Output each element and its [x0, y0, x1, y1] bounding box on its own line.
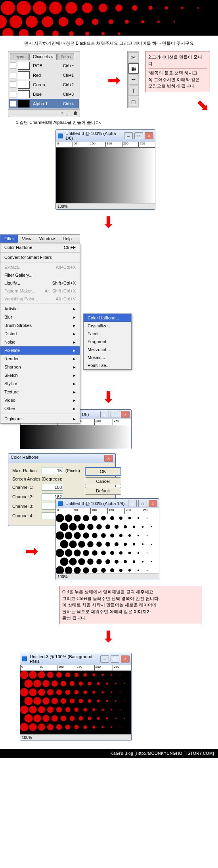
submenu-item[interactable]: Fragment — [84, 338, 131, 346]
maximize-button[interactable]: □ — [111, 411, 119, 418]
svg-point-24 — [157, 21, 160, 23]
submenu-item[interactable]: Color Halftone... — [84, 314, 131, 322]
menu-item-distort[interactable]: Distort▸ — [0, 330, 80, 338]
minimize-button[interactable]: – — [128, 500, 137, 507]
channel-label: Channel 2: — [12, 494, 39, 499]
channel-footer-icons[interactable]: ○ ⬚ 🗑 — [8, 109, 80, 117]
visibility-icon[interactable] — [10, 63, 16, 69]
tool-type[interactable]: T — [128, 85, 139, 96]
menu-item-brush-strokes[interactable]: Brush Strokes▸ — [0, 321, 80, 330]
menu-item-texture[interactable]: Texture▸ — [0, 388, 80, 396]
svg-point-76 — [142, 543, 143, 545]
menu-item[interactable]: Filter Gallery... — [0, 271, 80, 279]
max-radius-input[interactable] — [42, 467, 63, 474]
visibility-icon[interactable]: 👁 — [10, 101, 16, 107]
channel-row[interactable]: RedCtrl+1 — [9, 70, 79, 80]
menu-convert[interactable]: Convert for Smart Filters — [0, 253, 80, 261]
svg-point-145 — [111, 691, 112, 693]
final-canvas[interactable] — [20, 671, 131, 734]
svg-point-73 — [115, 542, 119, 546]
minimize-button[interactable]: – — [100, 655, 109, 663]
tool-shape[interactable]: ◻ — [128, 97, 139, 107]
window-title: Untitled-3 @ 100% (Alpha 1/8) — [65, 131, 122, 141]
default-button[interactable]: Default — [85, 487, 121, 495]
submenu-item[interactable]: Mosaic... — [84, 353, 131, 361]
svg-point-94 — [105, 559, 110, 564]
svg-point-42 — [128, 517, 131, 519]
menu-recent[interactable]: Color HalftoneCtrl+F — [0, 243, 80, 251]
svg-point-129 — [79, 681, 83, 686]
ok-button[interactable]: OK — [85, 467, 121, 476]
menu-item-video[interactable]: Video▸ — [0, 396, 80, 405]
channel-row[interactable]: RGBCtrl+~ — [9, 61, 79, 70]
submenu-item[interactable]: Pointillize... — [84, 361, 131, 369]
svg-point-71 — [96, 541, 102, 547]
svg-point-92 — [87, 558, 94, 565]
menu-item-artistic[interactable]: Artistic▸ — [0, 305, 80, 313]
menu-item-other[interactable]: Other▸ — [0, 405, 80, 413]
toolbox: ✂ ▦ ✒ T ◻ — [127, 51, 139, 108]
maximize-button[interactable]: □ — [138, 500, 147, 507]
menu-item-noise[interactable]: Noise▸ — [0, 338, 80, 346]
close-button[interactable]: × — [145, 132, 153, 139]
menu-item-blur[interactable]: Blur▸ — [0, 313, 80, 321]
svg-point-159 — [20, 705, 29, 714]
tool-gradient[interactable]: ▦ — [128, 63, 139, 74]
menu-view[interactable]: View — [18, 235, 35, 243]
svg-point-8 — [115, 4, 122, 11]
svg-point-114 — [47, 671, 54, 678]
menu-filter[interactable]: Filter — [0, 235, 18, 243]
submenu-item[interactable]: Crystallize... — [84, 322, 131, 330]
submenu-item[interactable]: Mezzotint... — [84, 346, 131, 353]
visibility-icon[interactable] — [10, 72, 16, 78]
submenu-item[interactable]: Facet — [84, 330, 131, 338]
menu-item-render[interactable]: Render▸ — [0, 355, 80, 363]
channel-row[interactable]: GreenCtrl+2 — [9, 80, 79, 89]
arrow-icon: ➡ — [192, 94, 215, 116]
tool-lasso[interactable]: ✂ — [128, 52, 139, 63]
menu-item-stylize[interactable]: Stylize▸ — [0, 380, 80, 388]
visibility-icon[interactable] — [10, 82, 16, 88]
gradient-canvas[interactable] — [56, 148, 155, 203]
tab-paths[interactable]: Paths — [57, 53, 75, 60]
tab-layers[interactable]: Layers — [10, 53, 29, 60]
channel-row[interactable]: BlueCtrl+3 — [9, 89, 79, 99]
close-button[interactable]: × — [149, 500, 157, 507]
svg-point-16 — [26, 16, 38, 28]
svg-point-21 — [109, 19, 113, 24]
minimize-button[interactable]: – — [100, 411, 109, 418]
svg-point-31 — [85, 32, 89, 36]
menu-item-pixelate[interactable]: Pixelate▸ — [0, 346, 80, 355]
menu-help[interactable]: Help — [59, 235, 76, 243]
menu-window[interactable]: Window — [35, 235, 59, 243]
channel-name: Alpha 1 — [31, 101, 61, 106]
svg-point-56 — [56, 531, 64, 539]
svg-point-134 — [124, 683, 125, 684]
menu-item-sketch[interactable]: Sketch▸ — [0, 371, 80, 380]
menu-item-sharpen[interactable]: Sharpen▸ — [0, 363, 80, 371]
tool-pen[interactable]: ✒ — [128, 74, 139, 85]
svg-point-126 — [52, 680, 58, 686]
maximize-button[interactable]: □ — [111, 655, 119, 663]
channel-row[interactable]: 👁Alpha 1Ctrl+4 — [9, 99, 79, 108]
svg-point-143 — [92, 691, 95, 693]
svg-point-12 — [181, 7, 184, 9]
channel-input[interactable] — [42, 484, 63, 491]
minimize-button[interactable]: – — [124, 132, 133, 139]
close-button[interactable]: × — [121, 411, 130, 418]
svg-point-109 — [138, 570, 139, 571]
visibility-icon[interactable] — [10, 91, 16, 97]
tab-channels[interactable]: Channels × — [29, 53, 57, 60]
menu-item[interactable]: Liquify...Shift+Ctrl+X — [0, 279, 80, 287]
cancel-button[interactable]: Cancel — [85, 477, 121, 485]
halftone-canvas[interactable] — [56, 514, 159, 574]
maximize-button[interactable]: □ — [134, 132, 143, 139]
gradient-canvas[interactable] — [20, 425, 131, 449]
close-button[interactable]: × — [121, 655, 130, 663]
svg-point-141 — [75, 690, 79, 694]
svg-point-150 — [52, 697, 58, 704]
svg-point-101 — [65, 566, 72, 574]
menu-digimarc[interactable]: Digimarc▸ — [0, 415, 80, 423]
close-button[interactable]: × — [104, 455, 113, 462]
ps-icon: 🟦 — [57, 133, 63, 139]
